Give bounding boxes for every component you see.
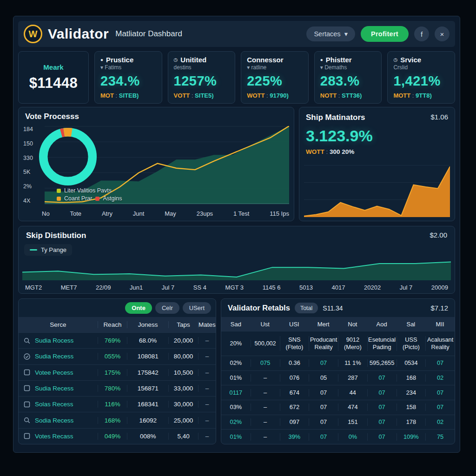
column-header: Serce <box>19 321 98 328</box>
x-tick-label: Tote <box>70 210 81 217</box>
table-row: 03%–672074740715807 <box>221 400 455 415</box>
table-cell: 02 <box>425 418 455 426</box>
column-header: USI <box>280 321 309 328</box>
table-row: Sudia Recess 055% 108081 80,000 – <box>19 348 216 364</box>
table-cell: 168 <box>397 374 426 382</box>
taps-cell: 80,000 <box>168 353 198 360</box>
stat-card-title: Connessor <box>247 56 303 64</box>
checkbox-icon[interactable] <box>23 401 31 408</box>
services-dropdown-label: Sertaces <box>314 30 340 38</box>
skip-panel-title: Skip Distibution <box>26 231 86 240</box>
close-button[interactable]: × <box>435 26 450 41</box>
skip-distribution-panel: Skip Distibution $2.00 Ty Pange MGT2MET7… <box>18 226 455 294</box>
table-row: 20%500,002SNS (Fteto)Producant Reality90… <box>221 331 455 356</box>
legend-swatch-icon <box>95 197 99 201</box>
total-pill-button[interactable]: Total <box>295 303 318 313</box>
table-cell: 07 <box>425 403 455 411</box>
column-header: MII <box>425 321 455 328</box>
row-name-cell: Sodia Recess <box>19 416 98 424</box>
table-cell: 44 <box>338 389 367 397</box>
column-header: Sal <box>397 321 426 328</box>
table-cell: 674 <box>280 389 309 397</box>
search-icon[interactable] <box>23 337 31 344</box>
checkbox-icon[interactable] <box>23 369 31 376</box>
clock-icon: ◷ <box>393 57 397 62</box>
table-row: 02%–097071510717802 <box>221 415 455 430</box>
left-table-header: SerceReachJonessTapsMates <box>19 317 216 332</box>
app-subtitle: Matliator Dashbard <box>115 29 182 39</box>
reach-cell: 769% <box>98 337 127 344</box>
table-cell: – <box>251 374 280 382</box>
stat-card-foot: MOT : SITEB) <box>100 92 156 99</box>
stat-card-title: ◷Srvice <box>393 56 449 64</box>
x-tick-label: 1 Test <box>233 210 249 217</box>
checkbox-icon[interactable] <box>23 384 31 392</box>
charts-row: Vote Processs 1841503305K2%4X Liter Vali… <box>18 107 455 221</box>
tab-usert[interactable]: USert <box>183 302 211 314</box>
tab-onte[interactable]: Onte <box>125 302 152 314</box>
x-tick-label: 22/09 <box>96 284 111 291</box>
check-circle-icon[interactable] <box>23 353 31 360</box>
stat-card-foot: NOTT : STT36) <box>320 92 376 99</box>
row-name-cell: Votee Pecess <box>19 369 98 376</box>
table-cell: 178 <box>397 418 426 426</box>
table-cell: 9012 (Mero) <box>338 336 367 351</box>
skip-panel-header: Skip Distibution $2.00 <box>19 226 455 240</box>
table-cell: 02% <box>221 418 251 426</box>
stat-card-subtitle: Crslid <box>393 64 449 71</box>
column-header: Joness <box>127 321 168 328</box>
stats-row: Meark $11448 ●Prustice ▾ Fatims 234.% MO… <box>18 51 455 102</box>
ship-area-chart <box>304 165 450 217</box>
table-row: Sodia Recess 168% 16092 25,000 – <box>19 412 216 428</box>
tab-celr[interactable]: Celr <box>155 302 179 314</box>
ship-matinators-panel: Ship Matinators $1.06 3.123.9% WOTT : 30… <box>299 107 455 221</box>
x-tick-label: Jul 7 <box>400 284 412 291</box>
stat-card: ●Phistter ▾ Demaths 283.% NOTT : STT36) <box>314 51 382 104</box>
reach-cell: 780% <box>98 385 127 392</box>
table-cell: 03% <box>221 403 251 411</box>
table-cell: 20% <box>221 340 251 347</box>
joness-cell: 168341 <box>127 401 168 408</box>
table-cell: 0% <box>338 433 367 441</box>
taps-cell: 5,40 <box>168 433 198 440</box>
summary-card: Meark $11448 <box>18 51 89 104</box>
mates-cell: – <box>198 433 216 440</box>
table-cell: 01% <box>221 433 251 441</box>
right-table-header: SadUstUSIMertNotAodSalMII <box>221 317 455 331</box>
services-dropdown[interactable]: Sertaces ▾ <box>306 26 355 41</box>
app-title: Validator <box>48 26 109 42</box>
table-row: 0117–67407440723407 <box>221 385 455 400</box>
primary-action-button[interactable]: Profitert <box>361 26 409 42</box>
checkbox-icon[interactable] <box>23 432 31 440</box>
stat-card-title: ●Phistter <box>320 56 376 64</box>
left-table-panel: OnteCelrUSert SerceReachJonessTapsMates … <box>18 298 216 444</box>
skip-area-chart <box>22 253 451 280</box>
table-cell: 0534 <box>397 359 426 367</box>
right-table-total: S11.34 <box>323 304 343 312</box>
stat-card-foot: WOTT : 91790) <box>247 92 303 99</box>
x-tick-label: Jun1 <box>130 284 143 291</box>
mates-cell: – <box>198 417 216 424</box>
table-cell: 07 <box>367 418 397 426</box>
column-header: Taps <box>168 321 198 328</box>
table-cell: 474 <box>338 403 367 411</box>
table-cell: 02% <box>221 359 251 367</box>
x-tick-label: Atry <box>102 210 112 217</box>
vote-x-axis-labels: NoToteAtryJuntMay23ups1 Test115 Ips <box>42 210 289 217</box>
row-name-cell: Sudia Recess <box>19 384 98 392</box>
search-icon[interactable] <box>23 416 31 424</box>
table-cell: 07 <box>367 403 397 411</box>
row-name-cell: Votes Recass <box>19 432 98 440</box>
mates-cell: – <box>198 337 216 344</box>
x-tick-label: SS 4 <box>193 284 206 291</box>
table-cell: 07 <box>367 389 397 397</box>
legend-item: Coant Prar Astgins <box>57 195 122 202</box>
facebook-button[interactable]: f <box>414 26 429 41</box>
stat-card: ◷Unitited destins 1257% VOTT : SITE5) <box>168 51 236 104</box>
table-cell: 07 <box>367 374 397 382</box>
summary-value: $11448 <box>29 75 78 92</box>
column-header: Mert <box>309 321 338 328</box>
table-row: Votes Recass 049% 008% 5,40 – <box>19 428 216 444</box>
x-tick-label: No <box>42 210 50 217</box>
column-header: Aod <box>367 321 397 328</box>
